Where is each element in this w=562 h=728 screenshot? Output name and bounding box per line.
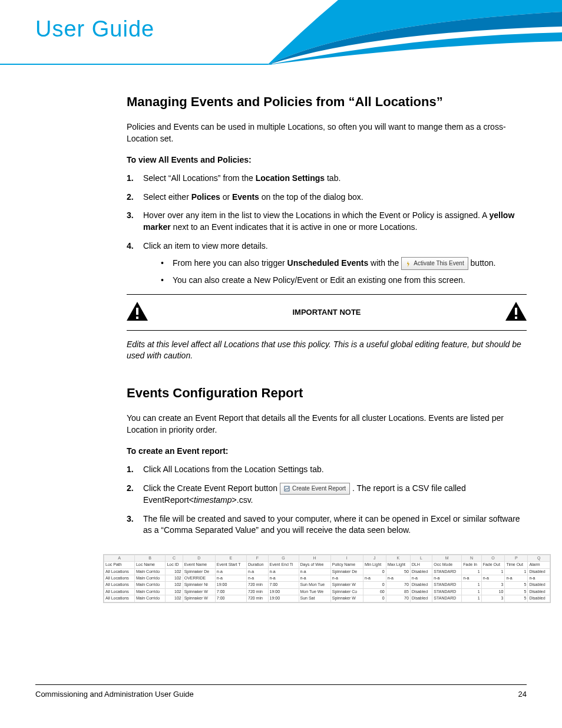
create-event-report-button[interactable]: Create Event Report [280, 483, 350, 495]
cell: 3 [481, 595, 505, 602]
section-intro: You can create an Event Report that deta… [127, 413, 527, 436]
cell: 0 [363, 568, 386, 575]
cell: Main Corrido [134, 588, 165, 595]
column-header: Days of Wee [299, 562, 330, 568]
step-italic: timestamp [194, 495, 232, 505]
cell: 5 [505, 595, 528, 602]
warning-icon [505, 302, 527, 323]
important-note-text: Edits at this level affect all Locations… [127, 339, 527, 362]
column-letter: M [432, 555, 462, 561]
cell: OVERRIDE [183, 575, 215, 582]
cell: Spinnaker Co [330, 588, 363, 595]
cell: 10 [481, 588, 505, 595]
cell: Sun Mon Tue [299, 582, 330, 588]
column-letter: F [246, 555, 268, 561]
cell: n-a [505, 575, 528, 582]
cell: n-a [246, 568, 268, 575]
column-header: Fade Out [481, 562, 505, 568]
table-row: All LocationsMain Corrido102Spinnaker Ni… [104, 582, 550, 588]
cell: All Locations [104, 588, 135, 595]
cell: Disabled [410, 568, 432, 575]
column-letter: B [134, 555, 165, 561]
cell: n-a [268, 575, 299, 582]
report-icon [284, 486, 290, 492]
activate-event-button[interactable]: Activate This Event [401, 257, 468, 270]
cell: 720 min [246, 595, 268, 602]
cell: n-a [299, 568, 330, 575]
cell: 720 min [246, 582, 268, 588]
column-letter: D [183, 555, 215, 561]
header-title: User Guide [35, 17, 154, 42]
column-header: Max Light [386, 562, 410, 568]
cell: 1 [462, 595, 481, 602]
cell: 1 [462, 568, 481, 575]
procedure-heading: To view All Events and Policies: [127, 155, 527, 164]
column-header: Policy Name [330, 562, 363, 568]
step-bold: Location Settings [256, 173, 325, 183]
cell: n-a [481, 575, 505, 582]
step-bold: Polices [191, 192, 220, 202]
cell: 102 [166, 582, 183, 588]
svg-rect-1 [136, 317, 138, 319]
cell: 1 [462, 582, 481, 588]
cell: Main Corrido [134, 575, 165, 582]
step-item: Click the Create Event Report button Cre… [127, 483, 527, 506]
cell: STANDARD [432, 582, 462, 588]
cell: 70 [386, 582, 410, 588]
cell: n-a [386, 575, 410, 582]
cell: 1 [462, 588, 481, 595]
cell: All Locations [104, 568, 135, 575]
important-note-label: IMPORTANT NOTE [148, 308, 505, 317]
column-header: Event End Ti [268, 562, 299, 568]
column-letter: C [166, 555, 183, 561]
cell: 19:00 [268, 595, 299, 602]
cell: Spinnaker W [183, 595, 215, 602]
column-letter: J [363, 555, 386, 561]
page-header: User Guide [0, 0, 562, 65]
step-text: or [220, 192, 232, 202]
step-item: Select either Polices or Events on the t… [127, 192, 527, 203]
cell: 102 [166, 568, 183, 575]
button-label: Activate This Event [414, 259, 464, 268]
procedure-steps: Click All Locations from the Location Se… [127, 464, 527, 536]
lightning-icon [405, 261, 411, 266]
cell: 102 [166, 588, 183, 595]
footer-title: Commissioning and Administration User Gu… [35, 690, 194, 699]
column-letter: P [505, 555, 528, 561]
cell: 1 [481, 568, 505, 575]
step-text: Select “All Locations” from the [143, 173, 256, 183]
column-letter: I [330, 555, 363, 561]
bullet-text: From here you can also trigger [173, 258, 287, 268]
cell: Spinnaker De [183, 568, 215, 575]
svg-rect-3 [515, 317, 517, 319]
cell: n-a [330, 575, 363, 582]
cell: STANDARD [432, 588, 462, 595]
cell: Main Corrido [134, 568, 165, 575]
column-header: Duration [246, 562, 268, 568]
cell: n-a [246, 575, 268, 582]
cell: 85 [386, 588, 410, 595]
column-header: Min Light [363, 562, 386, 568]
bullet-item: From here you can also trigger Unschedul… [161, 256, 527, 270]
cell: Disabled [410, 588, 432, 595]
sub-bullets: From here you can also trigger Unschedul… [161, 256, 527, 287]
step-text: Click an item to view more details. [143, 241, 268, 251]
column-header: Time Out [505, 562, 528, 568]
cell: 5 [505, 582, 528, 588]
cell: Disabled [528, 568, 550, 575]
cell: Main Corrido [134, 595, 165, 602]
column-header: Occ Mode [432, 562, 462, 568]
cell: All Locations [104, 582, 135, 588]
cell: Disabled [528, 595, 550, 602]
spreadsheet-table: ABCDEFGHIJKLMNOPQ Loc PathLoc NameLoc ID… [104, 555, 550, 602]
cell: Disabled [410, 595, 432, 602]
cell: 19:00 [215, 582, 246, 588]
cell: 7:00 [215, 595, 246, 602]
table-row: All LocationsMain Corrido102Spinnaker W7… [104, 588, 550, 595]
cell: Disabled [528, 588, 550, 595]
page-footer: Commissioning and Administration User Gu… [35, 684, 527, 699]
column-header: Fade In [462, 562, 481, 568]
column-header: Event Name [183, 562, 215, 568]
column-header: Event Start T [215, 562, 246, 568]
step-text: Click the Create Event Report button [143, 483, 280, 493]
